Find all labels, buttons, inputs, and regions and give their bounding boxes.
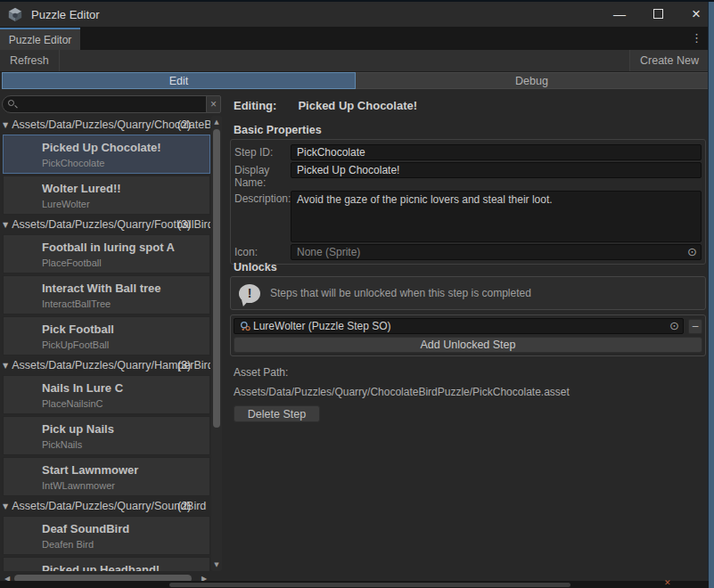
object-picker-icon[interactable]: ⊙ bbox=[687, 245, 697, 259]
delete-step-button[interactable]: Delete Step bbox=[234, 405, 320, 422]
tree-group-header[interactable]: ▼Assets/Data/Puzzles/Quarry/SoundBird(2) bbox=[0, 499, 210, 514]
step-id: Deafen Bird bbox=[42, 539, 209, 550]
search-input[interactable] bbox=[2, 95, 219, 113]
icon-object-field[interactable]: None (Sprite) ⊙ bbox=[291, 244, 702, 260]
collapse-arrow-icon[interactable]: ▼ bbox=[3, 358, 8, 373]
step-item[interactable]: Deaf SoundBirdDeafen Bird bbox=[3, 516, 210, 555]
tab-debug[interactable]: Debug bbox=[356, 72, 709, 89]
vertical-scrollbar[interactable]: ▲ ▼ bbox=[211, 116, 222, 571]
step-item[interactable]: Nails In Lure CPlaceNailsinC bbox=[3, 375, 210, 414]
unlocks-helpbox: ! Steps that will be unlocked when this … bbox=[230, 276, 706, 310]
step-item[interactable]: Pick FootballPickUpFootBall bbox=[3, 316, 210, 355]
display-name-label: Display Name: bbox=[234, 162, 291, 189]
icon-row: Icon: None (Sprite) ⊙ bbox=[234, 244, 702, 260]
display-name-row: Display Name: bbox=[234, 162, 702, 189]
collapse-arrow-icon[interactable]: ▼ bbox=[3, 499, 8, 514]
step-item[interactable]: Start LawnmowerIntWLawnmower bbox=[3, 457, 210, 496]
object-picker-icon[interactable]: ⊙ bbox=[669, 319, 679, 333]
icon-object-value: None (Sprite) bbox=[297, 246, 684, 258]
editing-value: Picked Up Chocolate! bbox=[298, 99, 417, 112]
step-item[interactable]: Picked up Headband! bbox=[3, 557, 210, 571]
step-item[interactable]: Football in luring spot APlaceFootball bbox=[3, 234, 210, 274]
asset-tree: ▼Assets/Data/Puzzles/Quarry/ChocolateBir… bbox=[0, 115, 210, 571]
tree-group-header[interactable]: ▼Assets/Data/Puzzles/Quarry/ChocolateBir… bbox=[0, 118, 210, 133]
step-title: Pick Football bbox=[42, 323, 209, 336]
tree-group-header[interactable]: ▼Assets/Data/Puzzles/Quarry/HamperBirdPu… bbox=[0, 358, 210, 373]
step-id: LureWolter bbox=[42, 199, 209, 209]
right-edge-scrollbar[interactable] bbox=[708, 0, 714, 588]
editor-panel: Editing:Picked Up Chocolate! Basic Prope… bbox=[228, 89, 709, 581]
step-item[interactable]: Pick up NailsPickNails bbox=[3, 416, 210, 455]
menu-kebab-icon[interactable]: ⋮ bbox=[691, 31, 702, 45]
maximize-button[interactable] bbox=[651, 7, 665, 21]
add-unlocked-step-button[interactable]: Add Unlocked Step bbox=[234, 337, 702, 353]
scroll-down-icon[interactable]: ▼ bbox=[211, 559, 222, 570]
remove-unlocked-step-button[interactable]: – bbox=[688, 319, 702, 334]
step-item[interactable]: Wolter Lured!!LureWolter bbox=[3, 176, 210, 215]
step-title: Wolter Lured!! bbox=[42, 182, 209, 195]
clear-search-button[interactable]: × bbox=[206, 95, 221, 113]
scroll-up-icon[interactable]: ▲ bbox=[211, 117, 222, 127]
step-item[interactable]: Picked Up Chocolate!PickChocolate bbox=[3, 135, 210, 174]
minimize-button[interactable]: — bbox=[612, 7, 627, 21]
basic-properties-box: Step ID: Display Name: Description: Avoi… bbox=[230, 139, 706, 265]
asset-path-label: Asset Path: bbox=[234, 366, 288, 379]
step-id-label: Step ID: bbox=[234, 144, 291, 159]
step-id: PickUpFootBall bbox=[42, 339, 209, 350]
step-id: PickNails bbox=[42, 439, 209, 450]
create-new-button[interactable]: Create New bbox=[629, 50, 709, 71]
unlocked-step-value: LureWolter (Puzzle Step SO) bbox=[253, 320, 666, 332]
editing-header: Editing:Picked Up Chocolate! bbox=[234, 99, 417, 112]
sidebar: × ▼Assets/Data/Puzzles/Quarry/ChocolateB… bbox=[0, 89, 223, 581]
maximize-icon bbox=[653, 9, 663, 19]
step-id: PickChocolate bbox=[42, 158, 209, 168]
scriptable-object-icon bbox=[240, 321, 251, 332]
step-title: Pick up Nails bbox=[42, 422, 209, 436]
description-row: Description: Avoid the gaze of the picni… bbox=[234, 191, 702, 242]
window-controls: — × bbox=[612, 2, 703, 27]
step-title: Start Lawnmower bbox=[42, 463, 209, 477]
collapse-arrow-icon[interactable]: ▼ bbox=[3, 118, 8, 133]
step-id: InteractBallTree bbox=[42, 298, 209, 309]
step-item[interactable]: Interact With Ball treeInteractBallTree bbox=[3, 275, 210, 314]
toolbar: Refresh Create New bbox=[0, 50, 709, 72]
refresh-button[interactable]: Refresh bbox=[0, 50, 60, 71]
asset-path-value: Assets/Data/Puzzles/Quarry/ChocolateBird… bbox=[234, 386, 570, 398]
step-id: PlaceNailsinC bbox=[42, 398, 209, 409]
collapse-arrow-icon[interactable]: ▼ bbox=[3, 217, 8, 233]
mode-tabs: Edit Debug bbox=[2, 72, 709, 89]
description-field[interactable]: Avoid the gaze of the picnic lovers and … bbox=[291, 191, 702, 242]
unlocks-title: Unlocks bbox=[234, 261, 277, 274]
step-title: Deaf SoundBird bbox=[42, 522, 209, 535]
step-title: Picked up Headband! bbox=[42, 563, 209, 571]
window-title: Puzzle Editor bbox=[31, 8, 100, 21]
close-button[interactable]: × bbox=[689, 8, 703, 20]
step-title: Interact With Ball tree bbox=[42, 282, 209, 295]
editing-label: Editing: bbox=[234, 99, 276, 112]
tree-group-header[interactable]: ▼Assets/Data/Puzzles/Quarry/FootballBird… bbox=[0, 217, 210, 233]
step-title: Nails In Lure C bbox=[42, 381, 209, 395]
step-id-field[interactable] bbox=[291, 144, 702, 160]
group-count: (2) bbox=[177, 499, 191, 514]
puzzle-editor-window: Puzzle Editor — × Puzzle Editor ⋮ Refres… bbox=[0, 0, 714, 588]
doc-tab-row: Puzzle Editor ⋮ bbox=[0, 27, 709, 50]
group-count: (3) bbox=[177, 358, 191, 373]
step-id: PlaceFootball bbox=[42, 257, 209, 268]
window-top-edge bbox=[0, 0, 714, 2]
unlocks-box: LureWolter (Puzzle Step SO) ⊙ – Add Unlo… bbox=[230, 314, 706, 356]
step-title: Picked Up Chocolate! bbox=[42, 141, 209, 154]
display-name-field[interactable] bbox=[291, 162, 702, 178]
step-title: Football in luring spot A bbox=[42, 241, 209, 254]
step-id: IntWLawnmower bbox=[42, 480, 209, 491]
unlocked-step-object-field[interactable]: LureWolter (Puzzle Step SO) ⊙ bbox=[234, 318, 684, 334]
icon-label: Icon: bbox=[234, 244, 291, 258]
vertical-scroll-thumb[interactable] bbox=[213, 129, 220, 428]
description-label: Description: bbox=[234, 191, 291, 205]
unlocks-help-text: Steps that will be unlocked when this st… bbox=[270, 287, 531, 299]
tab-edit[interactable]: Edit bbox=[2, 72, 356, 89]
unity-cube-icon bbox=[7, 6, 23, 22]
unlocked-step-row: LureWolter (Puzzle Step SO) ⊙ – bbox=[234, 318, 702, 334]
tab-puzzle-editor[interactable]: Puzzle Editor bbox=[0, 28, 80, 50]
group-count: (2) bbox=[177, 118, 191, 133]
step-id-row: Step ID: bbox=[234, 144, 702, 160]
